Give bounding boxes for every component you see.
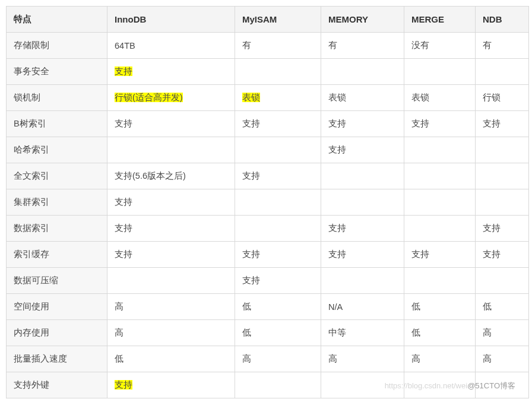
table-cell: 支持: [235, 242, 321, 268]
table-cell: 支持: [476, 216, 529, 242]
table-cell: [404, 372, 476, 398]
table-cell: 支持: [321, 242, 404, 268]
table-row: 批量插入速度低高高高高: [7, 346, 529, 372]
table-cell: 支持: [107, 216, 235, 242]
table-cell: 支持: [321, 111, 404, 137]
table-cell: 高: [476, 346, 529, 372]
table-cell: [476, 268, 529, 294]
table-cell: 低: [235, 320, 321, 346]
table-cell: 支持: [476, 242, 529, 268]
table-cell: [404, 137, 476, 163]
row-label: 锁机制: [7, 85, 107, 111]
header-myisam: MyISAM: [235, 7, 321, 33]
table-row: 数据索引支持支持支持: [7, 216, 529, 242]
table-cell: [404, 59, 476, 85]
table-cell: 支持: [321, 137, 404, 163]
table-cell: 支持: [107, 242, 235, 268]
table-cell: 支持(5.6版本之后): [107, 163, 235, 189]
header-memory: MEMORY: [321, 7, 404, 33]
table-row: 全文索引支持(5.6版本之后)支持: [7, 163, 529, 189]
table-cell: 高: [404, 346, 476, 372]
table-cell: 支持: [321, 216, 404, 242]
table-cell: 支持: [235, 163, 321, 189]
table-row: 支持外键支持: [7, 372, 529, 398]
table-cell: 有: [235, 33, 321, 59]
table-cell: [404, 268, 476, 294]
table-cell: [321, 59, 404, 85]
highlighted-cell-text: 行锁(适合高并发): [115, 93, 183, 102]
highlighted-cell-text: 支持: [115, 67, 132, 76]
row-label: 全文索引: [7, 163, 107, 189]
table-cell: N/A: [321, 294, 404, 320]
table-cell: 表锁: [404, 85, 476, 111]
table-cell: 表锁: [235, 85, 321, 111]
table-cell: 高: [476, 320, 529, 346]
row-label: 空间使用: [7, 294, 107, 320]
table-cell: [476, 137, 529, 163]
table-cell: 高: [321, 346, 404, 372]
table-cell: [235, 59, 321, 85]
table-cell: [107, 268, 235, 294]
header-feature: 特点: [7, 7, 107, 33]
table-cell: 低: [476, 294, 529, 320]
table-cell: 有: [321, 33, 404, 59]
table-cell: [235, 137, 321, 163]
table-cell: [476, 189, 529, 216]
table-row: 内存使用高低中等低高: [7, 320, 529, 346]
table-cell: 支持: [107, 59, 235, 85]
table-cell: 64TB: [107, 33, 235, 59]
storage-engine-comparison-table: 特点 InnoDB MyISAM MEMORY MERGE NDB 存储限制64…: [6, 6, 529, 398]
table-cell: [321, 268, 404, 294]
row-label: 索引缓存: [7, 242, 107, 268]
highlighted-cell-text: 表锁: [242, 93, 260, 102]
table-cell: [476, 372, 529, 398]
table-cell: 高: [107, 320, 235, 346]
table-cell: 有: [476, 33, 529, 59]
table-cell: 没有: [404, 33, 476, 59]
table-row: 哈希索引支持: [7, 137, 529, 163]
row-label: 支持外键: [7, 372, 107, 398]
table-cell: [321, 189, 404, 216]
table-cell: 支持: [404, 111, 476, 137]
table-cell: 高: [235, 346, 321, 372]
table-cell: 低: [404, 294, 476, 320]
table-row: 索引缓存支持支持支持支持支持: [7, 242, 529, 268]
header-merge: MERGE: [404, 7, 476, 33]
table-cell: 低: [107, 346, 235, 372]
row-label: 哈希索引: [7, 137, 107, 163]
header-innodb: InnoDB: [107, 7, 235, 33]
table-row: 空间使用高低N/A低低: [7, 294, 529, 320]
row-label: 数据索引: [7, 216, 107, 242]
table-cell: [476, 59, 529, 85]
table-cell: 支持: [107, 372, 235, 398]
table-cell: [107, 137, 235, 163]
table-row: 存储限制64TB有有没有有: [7, 33, 529, 59]
table-cell: [404, 216, 476, 242]
table-cell: [321, 163, 404, 189]
table-row: B树索引支持支持支持支持支持: [7, 111, 529, 137]
table-cell: 低: [235, 294, 321, 320]
row-label: 事务安全: [7, 59, 107, 85]
table-header-row: 特点 InnoDB MyISAM MEMORY MERGE NDB: [7, 7, 529, 33]
table-cell: [235, 189, 321, 216]
row-label: 数据可压缩: [7, 268, 107, 294]
table-cell: 中等: [321, 320, 404, 346]
table-cell: 低: [404, 320, 476, 346]
table-cell: 行锁: [476, 85, 529, 111]
table-cell: [321, 372, 404, 398]
table-row: 数据可压缩支持: [7, 268, 529, 294]
table-cell: 支持: [235, 268, 321, 294]
table-cell: [235, 216, 321, 242]
table-cell: [476, 163, 529, 189]
table-cell: 高: [107, 294, 235, 320]
table-cell: 支持: [476, 111, 529, 137]
row-label: 内存使用: [7, 320, 107, 346]
row-label: B树索引: [7, 111, 107, 137]
header-ndb: NDB: [476, 7, 529, 33]
table-cell: [235, 372, 321, 398]
table-cell: 表锁: [321, 85, 404, 111]
table-row: 集群索引支持: [7, 189, 529, 216]
table-row: 锁机制行锁(适合高并发)表锁表锁表锁行锁: [7, 85, 529, 111]
table-cell: [404, 189, 476, 216]
table-cell: 支持: [235, 111, 321, 137]
